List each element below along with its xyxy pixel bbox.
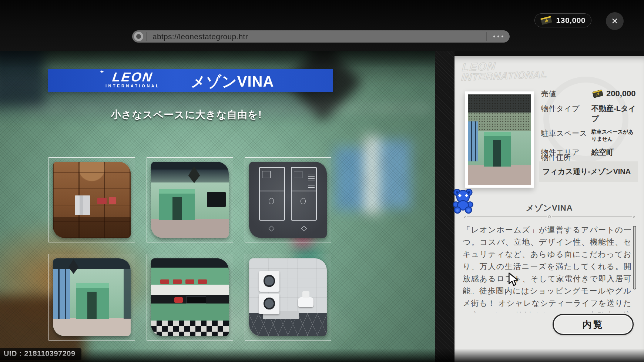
browser-circle-icon [134, 32, 143, 41]
browser-chrome: 130,000 ✕ abtps://leonestategroup.htr [0, 0, 644, 51]
property-thumb-art [468, 94, 531, 185]
screen: 130,000 ✕ abtps://leonestategroup.htr [0, 0, 644, 362]
panel-watermark: LEON INTERNATIONAL [461, 59, 549, 82]
bathroom-photo [249, 258, 327, 336]
listing-tagline: 小さなスペースに大きな自由を! [111, 108, 285, 121]
section-divider [463, 215, 636, 218]
url-text[interactable]: abtps://leonestategroup.htr [152, 32, 486, 41]
loft-photo [53, 258, 131, 336]
listing-banner: ✦ LEON INTERNATIONAL メゾンVINA [48, 69, 333, 92]
closet-photo [53, 162, 131, 238]
info-rows: 売値 200,000 物件タイプ 不動産-Lタイプ 駐 [541, 89, 638, 162]
close-button[interactable]: ✕ [606, 12, 624, 30]
url-bar[interactable]: abtps://leonestategroup.htr [132, 30, 510, 43]
close-icon: ✕ [611, 16, 618, 26]
gallery-thumb-bathroom[interactable] [245, 254, 331, 341]
gallery-thumb-living-room[interactable] [147, 157, 233, 242]
price-value: 200,000 [606, 89, 636, 98]
cash-card-icon [591, 89, 604, 98]
divider [146, 32, 147, 41]
star-icon: ✦ [100, 69, 104, 74]
viewing-button[interactable]: 内覧 [553, 314, 634, 335]
currency-display: 130,000 [534, 13, 591, 27]
kitchen-photo [151, 258, 229, 336]
address-value: フィカス通り-メゾンVINA [539, 161, 638, 182]
top-shadow [0, 51, 435, 68]
floor-plan [249, 162, 327, 238]
teddy-bear-icon [452, 188, 475, 214]
info-row-parking: 駐車スペース 駐車スペースがありません [541, 128, 638, 143]
property-thumbnail[interactable] [465, 91, 534, 188]
description-scrollbar[interactable] [633, 226, 636, 289]
property-description: 「レオンホームズ」が運営するアパートの一つ。コスパ、立地、デザイン性、機能性、セ… [463, 224, 631, 312]
property-info-panel: LEON INTERNATIONAL 売値 [455, 56, 644, 362]
cash-card-icon [539, 15, 553, 26]
gallery-thumb-loft[interactable] [48, 254, 135, 341]
logo-subtext: INTERNATIONAL [105, 84, 160, 88]
gallery-thumb-floor-plan[interactable] [245, 157, 331, 242]
gallery-thumb-kitchen[interactable] [147, 254, 233, 341]
section-title: メゾンVINA [455, 202, 644, 214]
menu-dots-icon[interactable] [487, 36, 510, 37]
living-room-photo [151, 162, 229, 238]
info-row-type: 物件タイプ 不動産-Lタイプ [541, 104, 638, 124]
logo-text: LEON [112, 70, 154, 83]
uid-label: UID : 218110397209 [0, 348, 81, 360]
info-row-price: 売値 200,000 [541, 89, 638, 99]
currency-amount: 130,000 [556, 16, 586, 25]
gallery-thumb-closet[interactable] [48, 157, 135, 242]
address-label: 物件住所 [541, 152, 571, 162]
listing-title: メゾンVINA [191, 71, 274, 92]
leon-logo: ✦ LEON INTERNATIONAL [105, 70, 160, 88]
